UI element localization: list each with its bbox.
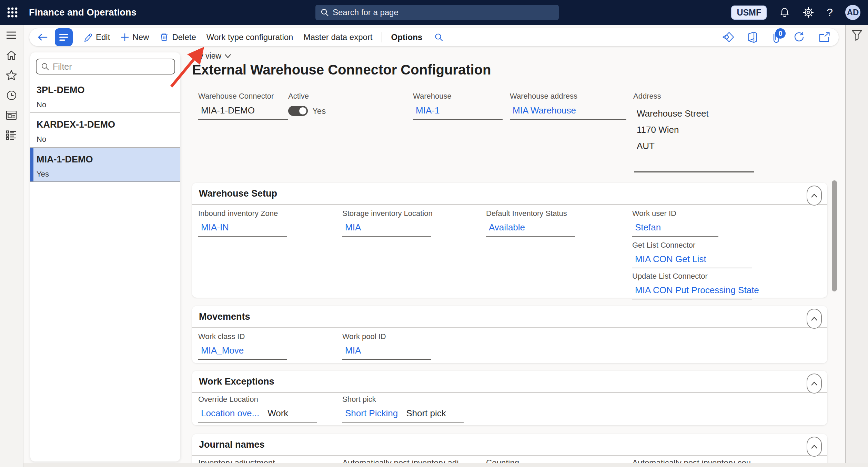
storage-inventory-location-field: Storage inventory Location MIA bbox=[342, 209, 433, 237]
field-label: Active bbox=[288, 92, 326, 101]
empty-field-underline bbox=[634, 171, 754, 172]
work-type-configuration-label: Work type configuration bbox=[206, 32, 293, 42]
delete-label: Delete bbox=[172, 32, 196, 42]
list-item-selected[interactable]: MIA-1-DEMO Yes bbox=[30, 148, 180, 182]
master-data-export-button[interactable]: Master data export bbox=[303, 32, 372, 42]
address-value: Warehouse Street 1170 Wien AUT bbox=[633, 106, 709, 154]
warehouse-field: Warehouse MIA-1 bbox=[413, 92, 503, 120]
search-icon bbox=[320, 8, 329, 17]
toggle-knob bbox=[299, 107, 306, 115]
warehouse-connector-value[interactable]: MIA-1-DEMO bbox=[198, 105, 288, 120]
warehouse-connector-field: Warehouse Connector MIA-1-DEMO bbox=[198, 92, 288, 120]
collapse-section-button[interactable] bbox=[807, 374, 822, 394]
work-pool-id-link[interactable]: MIA bbox=[342, 345, 431, 360]
office-icon[interactable] bbox=[747, 31, 758, 43]
get-list-connector-link[interactable]: MIA CON Get List bbox=[632, 254, 752, 268]
filter-funnel-icon[interactable] bbox=[851, 29, 863, 467]
warehouse-setup-section: Warehouse Setup Inbound inventory Zone M… bbox=[192, 183, 827, 298]
default-inventory-status-field: Default Inventory Status Available bbox=[486, 209, 575, 237]
refresh-icon[interactable] bbox=[793, 31, 805, 43]
update-list-connector-link[interactable]: MIA CON Put Processing State bbox=[632, 285, 752, 299]
toolbar-search-icon[interactable] bbox=[434, 32, 444, 42]
home-icon[interactable] bbox=[6, 50, 17, 61]
connector-name: KARDEX-1-DEMO bbox=[37, 119, 180, 130]
modules-list-icon[interactable] bbox=[6, 130, 17, 141]
work-user-id-field: Work user ID Stefan bbox=[632, 209, 718, 237]
search-icon bbox=[41, 62, 50, 71]
work-user-id-link[interactable]: Stefan bbox=[632, 222, 718, 237]
edit-label: Edit bbox=[96, 32, 110, 42]
right-gutter bbox=[845, 25, 868, 467]
toolbar-divider bbox=[382, 32, 382, 42]
options-menu[interactable]: Options bbox=[391, 32, 423, 42]
inbound-inventory-zone-field: Inbound inventory Zone MIA-IN bbox=[198, 209, 287, 237]
short-pick-description: Short pick bbox=[406, 408, 446, 419]
back-arrow-icon[interactable] bbox=[36, 32, 49, 42]
work-class-id-link[interactable]: MIA_Move bbox=[198, 345, 287, 360]
new-button[interactable]: New bbox=[120, 32, 149, 42]
override-location-link[interactable]: Location ove... bbox=[201, 408, 259, 419]
work-class-id-field: Work class ID MIA_Move bbox=[198, 332, 287, 360]
waffle-icon[interactable] bbox=[5, 5, 20, 20]
open-in-new-window-icon[interactable] bbox=[818, 32, 830, 43]
recent-clock-icon[interactable] bbox=[6, 90, 17, 101]
delete-button[interactable]: Delete bbox=[159, 32, 196, 42]
bell-icon[interactable] bbox=[779, 7, 790, 18]
list-item[interactable]: KARDEX-1-DEMO No bbox=[30, 113, 180, 148]
field-label: Short pick bbox=[342, 395, 464, 404]
chevron-up-icon bbox=[811, 316, 818, 321]
vertical-scrollbar[interactable] bbox=[832, 180, 837, 291]
view-selector[interactable]: My view bbox=[193, 51, 231, 61]
attachments-icon[interactable]: 0 bbox=[771, 31, 780, 43]
hamburger-menu-icon[interactable] bbox=[6, 30, 17, 41]
connector-active-flag: No bbox=[37, 135, 180, 144]
field-label: Warehouse bbox=[413, 92, 503, 101]
company-badge[interactable]: USMF bbox=[731, 6, 767, 20]
help-icon[interactable]: ? bbox=[827, 6, 833, 19]
work-exceptions-section: Work Exceptions Override Location Locati… bbox=[192, 371, 827, 425]
warehouse-address-link[interactable]: MIA Warehouse bbox=[510, 105, 626, 120]
active-field: Active Yes bbox=[288, 92, 326, 116]
active-toggle[interactable] bbox=[288, 106, 308, 116]
list-item[interactable]: 3PL-DEMO No bbox=[30, 79, 180, 113]
app-title: Finance and Operations bbox=[29, 7, 137, 18]
default-inventory-status-link[interactable]: Available bbox=[486, 222, 575, 237]
show-list-button[interactable] bbox=[55, 28, 73, 46]
chevron-up-icon bbox=[811, 381, 818, 386]
global-search-input[interactable] bbox=[333, 8, 554, 17]
short-pick-link[interactable]: Short Picking bbox=[345, 408, 398, 419]
field-label: Work pool ID bbox=[342, 332, 431, 341]
inbound-inventory-zone-link[interactable]: MIA-IN bbox=[198, 222, 287, 237]
collapse-section-button[interactable] bbox=[807, 309, 822, 329]
chevron-down-icon bbox=[224, 54, 231, 59]
field-label: Get List Connector bbox=[632, 241, 752, 250]
workspaces-icon[interactable] bbox=[6, 110, 17, 121]
active-state-label: Yes bbox=[312, 106, 326, 116]
filter-field[interactable] bbox=[36, 59, 175, 74]
movements-section: Movements Work class ID MIA_Move Work po… bbox=[192, 306, 827, 363]
warehouse-link[interactable]: MIA-1 bbox=[413, 105, 503, 120]
work-type-configuration-button[interactable]: Work type configuration bbox=[206, 32, 293, 42]
topbar-actions: USMF ? bbox=[731, 0, 860, 25]
gear-icon[interactable] bbox=[803, 7, 814, 18]
options-label: Options bbox=[391, 32, 423, 42]
address-line: Warehouse Street bbox=[637, 106, 709, 122]
collapse-section-button[interactable] bbox=[807, 437, 822, 457]
record-list-panel: 3PL-DEMO No KARDEX-1-DEMO No MIA-1-DEMO … bbox=[30, 52, 180, 461]
chevron-up-icon bbox=[811, 193, 818, 198]
favorites-star-icon[interactable] bbox=[6, 70, 17, 81]
power-apps-icon[interactable] bbox=[722, 31, 734, 43]
filter-input[interactable] bbox=[53, 62, 170, 72]
edit-button[interactable]: Edit bbox=[83, 32, 110, 42]
collapse-section-button[interactable] bbox=[807, 186, 822, 206]
field-label: Warehouse Connector bbox=[198, 92, 288, 101]
page-title: External Warehouse Connector Configurati… bbox=[192, 62, 491, 78]
storage-inventory-location-link[interactable]: MIA bbox=[342, 222, 431, 237]
global-search[interactable] bbox=[315, 5, 559, 20]
address-line: AUT bbox=[637, 138, 709, 154]
journal-names-section: Journal names Inventory adjustment Autom… bbox=[192, 434, 827, 467]
connector-active-flag: No bbox=[37, 100, 180, 109]
avatar[interactable]: AD bbox=[845, 5, 860, 20]
address-line: 1170 Wien bbox=[637, 122, 709, 138]
connector-active-flag: Yes bbox=[37, 170, 180, 179]
